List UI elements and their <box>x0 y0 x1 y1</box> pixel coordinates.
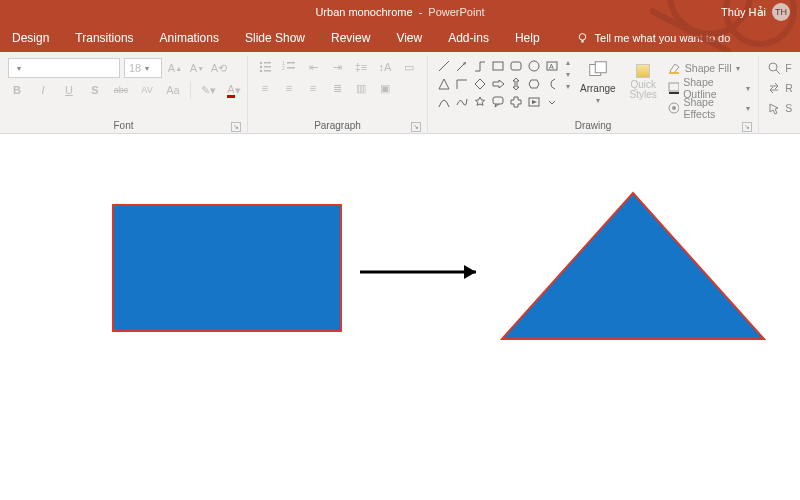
increase-font-button[interactable]: A▲ <box>166 59 184 77</box>
align-text-button[interactable]: ▭ <box>400 58 418 76</box>
curve-icon[interactable] <box>436 94 452 110</box>
elbow-icon[interactable] <box>454 76 470 92</box>
line-arrow-icon[interactable] <box>454 58 470 74</box>
group-paragraph: 12 ⇤ ⇥ ‡≡ ↕A ▭ ≡ ≡ ≡ ≣ ▥ ▣ Paragraph ↘ <box>248 56 428 134</box>
user-account[interactable]: Thúy Hải TH <box>721 3 790 21</box>
text-shadow-button[interactable]: S <box>86 81 104 99</box>
ribbon-tabs: Design Transitions Animations Slide Show… <box>0 24 800 52</box>
diamond-icon[interactable] <box>472 76 488 92</box>
tell-me-search[interactable]: Tell me what you want to do <box>576 32 731 45</box>
more-shapes-icon[interactable] <box>544 94 560 110</box>
dialog-launcher-icon[interactable]: ↘ <box>742 122 752 132</box>
font-family-combo[interactable]: ▾ <box>8 58 120 78</box>
shape-effects-button[interactable]: Shape Effects▾ <box>667 100 750 116</box>
strikethrough-button[interactable]: abc <box>112 81 130 99</box>
find-button[interactable]: F <box>767 60 791 76</box>
font-color-button[interactable]: A▾ <box>225 81 243 99</box>
doc-name: Urban monochrome <box>315 6 412 18</box>
slide-canvas[interactable] <box>0 134 800 500</box>
arrow-right-icon[interactable] <box>490 76 506 92</box>
line-icon[interactable] <box>436 58 452 74</box>
star-icon[interactable] <box>472 94 488 110</box>
gallery-more-icon[interactable]: ▾ <box>566 82 570 91</box>
shape-outline-button[interactable]: Shape Outline▾ <box>667 80 750 96</box>
align-center-button[interactable]: ≡ <box>280 79 298 97</box>
triangle-shape[interactable] <box>498 189 768 349</box>
connector-icon[interactable] <box>472 58 488 74</box>
svg-rect-17 <box>493 62 503 70</box>
group-font: ▾ 18 ▾ A▲ A▼ A⟲ B I U S abc AV Aa ✎▾ <box>0 56 248 134</box>
svg-point-7 <box>260 66 263 69</box>
tab-help[interactable]: Help <box>515 31 540 45</box>
select-button[interactable]: S <box>767 100 792 116</box>
ribbon: ▾ 18 ▾ A▲ A▼ A⟲ B I U S abc AV Aa ✎▾ <box>0 52 800 134</box>
arrow-updown-icon[interactable] <box>508 76 524 92</box>
styles-swatch-icon <box>636 64 650 78</box>
svg-rect-25 <box>595 62 606 73</box>
highlight-button[interactable]: ✎▾ <box>199 81 217 99</box>
group-label-drawing: Drawing ↘ <box>436 118 750 134</box>
char-spacing-button[interactable]: AV <box>138 81 156 99</box>
decrease-font-button[interactable]: A▼ <box>188 59 206 77</box>
convert-smartart-button[interactable]: ▣ <box>376 79 394 97</box>
align-left-button[interactable]: ≡ <box>256 79 274 97</box>
tab-slide-show[interactable]: Slide Show <box>245 31 305 45</box>
triangle-icon[interactable] <box>436 76 452 92</box>
group-label-paragraph: Paragraph ↘ <box>256 118 419 134</box>
svg-rect-28 <box>669 92 679 94</box>
tab-view[interactable]: View <box>396 31 422 45</box>
svg-point-3 <box>579 33 586 40</box>
hexagon-icon[interactable] <box>526 76 542 92</box>
svg-text:A: A <box>549 63 554 70</box>
bold-button[interactable]: B <box>8 81 26 99</box>
svg-point-19 <box>529 61 539 71</box>
rounded-rect-icon[interactable] <box>508 58 524 74</box>
arrange-button[interactable]: Arrange ▾ <box>576 58 620 106</box>
clear-formatting-button[interactable]: A⟲ <box>210 59 228 77</box>
replace-button[interactable]: R <box>767 80 793 96</box>
tab-add-ins[interactable]: Add-ins <box>448 31 489 45</box>
svg-point-31 <box>769 63 777 71</box>
app-name: PowerPoint <box>428 6 484 18</box>
freeform-icon[interactable] <box>454 94 470 110</box>
tab-animations[interactable]: Animations <box>160 31 219 45</box>
tab-review[interactable]: Review <box>331 31 370 45</box>
justify-button[interactable]: ≣ <box>328 79 346 97</box>
shapes-gallery[interactable]: A <box>436 58 560 110</box>
svg-rect-22 <box>493 97 503 104</box>
bullets-button[interactable] <box>256 58 274 76</box>
gallery-down-icon[interactable]: ▾ <box>566 70 570 79</box>
circle-icon[interactable] <box>526 58 542 74</box>
quick-styles-button[interactable]: Quick Styles <box>626 58 661 106</box>
plus-icon[interactable] <box>508 94 524 110</box>
decrease-indent-button[interactable]: ⇤ <box>304 58 322 76</box>
svg-text:2: 2 <box>282 65 285 71</box>
dialog-launcher-icon[interactable]: ↘ <box>231 122 241 132</box>
textbox-icon[interactable]: A <box>544 58 560 74</box>
rectangle-shape[interactable] <box>112 204 342 332</box>
text-direction-button[interactable]: ↕A <box>376 58 394 76</box>
tab-transitions[interactable]: Transitions <box>75 31 133 45</box>
font-size-combo[interactable]: 18 ▾ <box>124 58 162 78</box>
group-label-font: Font ↘ <box>8 118 239 134</box>
shape-fill-button[interactable]: Shape Fill▾ <box>667 60 750 76</box>
svg-point-9 <box>260 70 263 73</box>
columns-button[interactable]: ▥ <box>352 79 370 97</box>
dialog-launcher-icon[interactable]: ↘ <box>411 122 421 132</box>
gallery-up-icon[interactable]: ▴ <box>566 58 570 67</box>
svg-rect-26 <box>669 72 679 74</box>
rectangle-icon[interactable] <box>490 58 506 74</box>
underline-button[interactable]: U <box>60 81 78 99</box>
increase-indent-button[interactable]: ⇥ <box>328 58 346 76</box>
callout-icon[interactable] <box>490 94 506 110</box>
line-spacing-button[interactable]: ‡≡ <box>352 58 370 76</box>
brace-icon[interactable] <box>544 76 560 92</box>
numbering-button[interactable]: 12 <box>280 58 298 76</box>
arrow-right-illustration <box>358 262 488 282</box>
action-icon[interactable] <box>526 94 542 110</box>
svg-rect-10 <box>264 70 271 72</box>
change-case-button[interactable]: Aa <box>164 81 182 99</box>
align-right-button[interactable]: ≡ <box>304 79 322 97</box>
italic-button[interactable]: I <box>34 81 52 99</box>
tab-design[interactable]: Design <box>12 31 49 45</box>
